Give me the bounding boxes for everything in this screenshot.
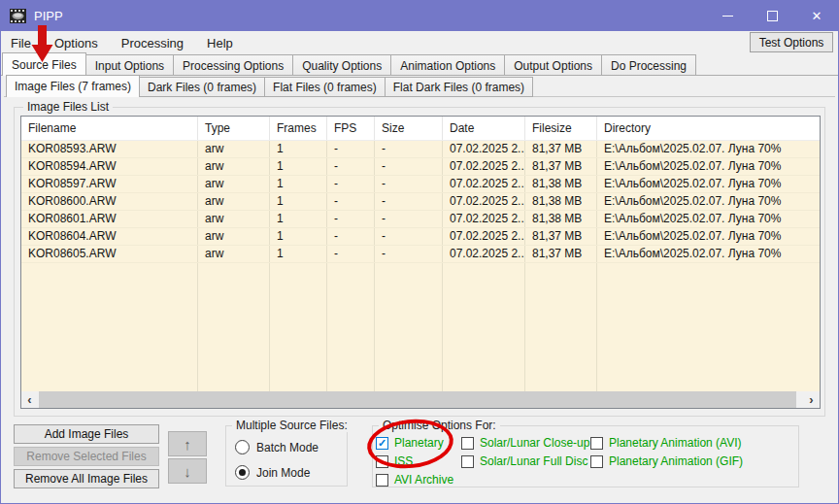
cell-fps: - bbox=[327, 141, 375, 157]
solar-lunar-closeup-checkbox[interactable]: Solar/Lunar Close-up bbox=[461, 436, 589, 450]
menu-processing[interactable]: Processing bbox=[113, 33, 192, 53]
checkbox-unchecked-icon bbox=[590, 437, 603, 450]
scrollbar-track[interactable] bbox=[796, 391, 803, 408]
cell-frames: 1 bbox=[270, 211, 327, 227]
annotation-red-arrow-icon bbox=[28, 25, 56, 63]
optimise-column-2: Solar/Lunar Close-up Solar/Lunar Full Di… bbox=[461, 436, 589, 473]
cell-filesize: 81,37 MB bbox=[525, 228, 597, 245]
cell-fps: - bbox=[327, 158, 375, 175]
cell-type: arw bbox=[198, 158, 270, 175]
cell-filename: KOR08593.ARW bbox=[21, 141, 198, 157]
tab-do-processing[interactable]: Do Processing bbox=[601, 54, 696, 76]
files-tab-strip: Image Files (7 frames) Dark Files (0 fra… bbox=[7, 75, 533, 97]
cell-type: arw bbox=[198, 211, 270, 227]
cell-date: 07.02.2025 2... bbox=[443, 228, 525, 245]
cell-type: arw bbox=[198, 228, 270, 245]
table-row[interactable]: KOR08593.ARW arw 1 - - 07.02.2025 2... 8… bbox=[21, 141, 820, 158]
planetary-animation-avi-checkbox[interactable]: Planetary Animation (AVI) bbox=[590, 436, 743, 450]
cell-type: arw bbox=[198, 193, 270, 210]
column-header-filesize[interactable]: Filesize bbox=[525, 117, 597, 140]
menu-bar: File Options Processing Help bbox=[0, 31, 839, 54]
column-header-frames[interactable]: Frames bbox=[270, 117, 327, 140]
checkbox-unchecked-icon bbox=[461, 437, 474, 450]
tab-flat-files[interactable]: Flat Files (0 frames) bbox=[264, 77, 386, 97]
scrollbar-thumb[interactable] bbox=[39, 391, 796, 408]
cell-size: - bbox=[375, 141, 443, 157]
cell-directory: E:\Альбом\2025.02.07. Луна 70% bbox=[597, 228, 820, 245]
checkbox-unchecked-icon bbox=[461, 455, 474, 468]
cell-type: arw bbox=[198, 176, 270, 192]
test-options-button[interactable]: Test Options bbox=[750, 32, 833, 52]
cell-size: - bbox=[375, 193, 443, 210]
menu-help[interactable]: Help bbox=[198, 33, 242, 53]
column-header-date[interactable]: Date bbox=[443, 117, 525, 140]
optimise-column-3: Planetary Animation (AVI) Planetary Anim… bbox=[590, 436, 743, 473]
solar-lunar-full-disc-checkbox[interactable]: Solar/Lunar Full Disc bbox=[461, 454, 589, 468]
planetary-animation-gif-checkbox[interactable]: Planetary Animation (GIF) bbox=[590, 454, 743, 468]
tab-input-options[interactable]: Input Options bbox=[85, 54, 174, 76]
column-header-filename[interactable]: Filename bbox=[21, 117, 198, 140]
cell-filesize: 81,38 MB bbox=[525, 176, 597, 192]
cell-directory: E:\Альбом\2025.02.07. Луна 70% bbox=[597, 158, 820, 175]
avi-archive-checkbox[interactable]: AVI Archive bbox=[376, 473, 453, 487]
table-header-row: Filename Type Frames FPS Size Date Files… bbox=[21, 117, 820, 141]
cell-filesize: 81,37 MB bbox=[525, 158, 597, 175]
close-button[interactable]: ✕ bbox=[794, 0, 839, 31]
checkbox-checked-icon: ✓ bbox=[376, 437, 388, 450]
remove-all-image-files-button[interactable]: Remove All Image Files bbox=[14, 469, 159, 488]
cell-filename: KOR08601.ARW bbox=[21, 211, 198, 227]
tab-output-options[interactable]: Output Options bbox=[504, 54, 602, 76]
add-image-files-button[interactable]: Add Image Files bbox=[14, 424, 159, 444]
table-row[interactable]: KOR08604.ARW arw 1 - - 07.02.2025 2... 8… bbox=[21, 228, 820, 246]
column-header-type[interactable]: Type bbox=[198, 117, 270, 140]
radio-on-icon bbox=[235, 465, 250, 480]
table-row[interactable]: KOR08601.ARW arw 1 - - 07.02.2025 2... 8… bbox=[21, 211, 820, 228]
tab-flat-dark-files[interactable]: Flat Dark Files (0 frames) bbox=[385, 77, 533, 97]
cell-fps: - bbox=[327, 228, 375, 245]
table-row[interactable]: KOR08600.ARW arw 1 - - 07.02.2025 2... 8… bbox=[21, 193, 820, 211]
column-header-fps[interactable]: FPS bbox=[327, 117, 375, 140]
batch-mode-radio[interactable]: Batch Mode bbox=[235, 440, 319, 454]
tab-dark-files[interactable]: Dark Files (0 frames) bbox=[139, 77, 265, 97]
cell-filename: KOR08597.ARW bbox=[21, 176, 198, 192]
join-mode-radio[interactable]: Join Mode bbox=[235, 465, 310, 480]
planetary-checkbox[interactable]: ✓ Planetary bbox=[376, 436, 453, 450]
table-row[interactable]: KOR08597.ARW arw 1 - - 07.02.2025 2... 8… bbox=[21, 176, 820, 193]
move-up-button[interactable]: ↑ bbox=[168, 431, 207, 456]
arrow-up-icon: ↑ bbox=[184, 436, 191, 453]
move-down-button[interactable]: ↓ bbox=[168, 458, 207, 484]
cell-type: arw bbox=[198, 141, 270, 157]
checkbox-unchecked-icon bbox=[376, 455, 388, 468]
minimize-button[interactable] bbox=[705, 0, 750, 31]
cell-filename: KOR08600.ARW bbox=[21, 193, 198, 210]
table-empty-area bbox=[21, 263, 820, 391]
tab-processing-options[interactable]: Processing Options bbox=[173, 54, 293, 76]
cell-date: 07.02.2025 2... bbox=[443, 246, 525, 262]
cell-frames: 1 bbox=[270, 141, 327, 157]
iss-checkbox[interactable]: ISS bbox=[376, 454, 453, 468]
arrow-down-icon: ↓ bbox=[184, 463, 191, 480]
main-tab-strip: Source Files Input Options Processing Op… bbox=[3, 52, 696, 76]
cell-directory: E:\Альбом\2025.02.07. Луна 70% bbox=[597, 176, 820, 192]
table-row[interactable]: KOR08594.ARW arw 1 - - 07.02.2025 2... 8… bbox=[21, 158, 820, 176]
cell-size: - bbox=[375, 158, 443, 175]
tab-animation-options[interactable]: Animation Options bbox=[390, 54, 505, 76]
cell-fps: - bbox=[327, 176, 375, 192]
column-header-size[interactable]: Size bbox=[375, 117, 443, 140]
scroll-right-icon[interactable]: › bbox=[803, 391, 820, 408]
horizontal-scrollbar[interactable]: ‹ › bbox=[21, 391, 820, 408]
tab-image-files[interactable]: Image Files (7 frames) bbox=[6, 75, 140, 97]
tab-quality-options[interactable]: Quality Options bbox=[292, 54, 391, 76]
window-title: PIPP bbox=[34, 9, 63, 23]
cell-date: 07.02.2025 2... bbox=[443, 141, 525, 157]
cell-size: - bbox=[375, 246, 443, 262]
maximize-button[interactable] bbox=[750, 0, 794, 31]
cell-filename: KOR08605.ARW bbox=[21, 246, 198, 262]
cell-fps: - bbox=[327, 246, 375, 262]
scroll-left-icon[interactable]: ‹ bbox=[21, 391, 38, 408]
checkbox-unchecked-icon bbox=[376, 474, 388, 487]
title-bar: PIPP ✕ bbox=[0, 0, 839, 31]
optimise-column-1: ✓ Planetary ISS AVI Archive bbox=[376, 436, 453, 491]
table-row[interactable]: KOR08605.ARW arw 1 - - 07.02.2025 2... 8… bbox=[21, 246, 820, 263]
column-header-directory[interactable]: Directory bbox=[597, 117, 820, 140]
